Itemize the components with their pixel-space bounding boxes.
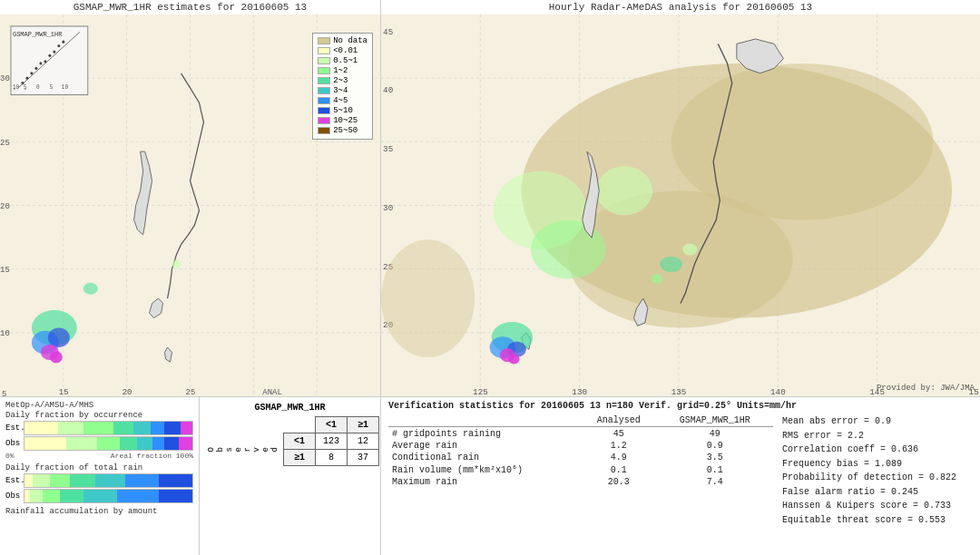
- bar-pct-right: Areal fraction 100%: [111, 452, 193, 460]
- legend-color-10-25: [318, 117, 330, 124]
- legend-color-05-1: [318, 57, 330, 64]
- verif-row-label: # gridpoints raining: [388, 428, 581, 440]
- legend-color-nodata: [318, 37, 330, 44]
- right-panel: Hourly Radar-AMeDAS analysis for 2016060…: [381, 0, 980, 396]
- verif-row-gsmap: 0.9: [657, 440, 773, 452]
- svg-text:25: 25: [0, 137, 10, 147]
- svg-point-27: [172, 260, 181, 268]
- svg-point-35: [34, 67, 37, 70]
- bottom-left-panel: MetOp-A/AMSU-A/MHS Daily fraction by occ…: [0, 397, 200, 555]
- scalar-stats-container: Mean abs error = 0.9RMS error = 2.2Corre…: [782, 414, 973, 527]
- verif-row-gsmap: 7.4: [657, 476, 773, 488]
- verif-table-row: Conditional rain 4.9 3.5: [388, 452, 773, 463]
- verif-table-row: # gridpoints raining 45 49: [388, 428, 773, 440]
- left-panel: GSMAP_MWR_1HR estimates for 20160605 13 …: [0, 0, 381, 396]
- scalar-stat-item: Frequency bias = 1.089: [782, 457, 973, 472]
- verif-table-row: Maximum rain 20.3 7.4: [388, 476, 773, 488]
- bar-occurrence-section: Daily fraction by occurrence Est. Obs: [5, 411, 193, 460]
- contingency-v12: 12: [348, 433, 379, 450]
- contingency-title: GSMAP_MWR_1HR: [207, 403, 373, 413]
- svg-point-32: [30, 72, 33, 74]
- legend-label-3-4: 3~4: [333, 86, 348, 95]
- legend-item-3-4: 3~4: [318, 86, 368, 95]
- svg-point-85: [381, 239, 475, 357]
- est-label-1: Est.: [5, 424, 24, 433]
- svg-point-36: [48, 54, 51, 57]
- bar-total-rain-title: Daily fraction of total rain: [5, 463, 193, 472]
- svg-text:10: 10: [62, 84, 68, 91]
- svg-point-31: [25, 77, 28, 80]
- legend-color-3-4: [318, 87, 330, 94]
- legend-color-2-3: [318, 77, 330, 84]
- legend-label-5-10: 5~10: [333, 106, 353, 115]
- legend-label-4-5: 4~5: [333, 96, 348, 105]
- svg-text:15: 15: [59, 387, 69, 396]
- verif-row-analysed: 0.1: [581, 463, 657, 476]
- legend-color-25-50: [318, 127, 330, 134]
- svg-text:25: 25: [186, 387, 196, 396]
- svg-point-82: [660, 257, 682, 272]
- verif-row-label: Conditional rain: [388, 452, 581, 463]
- svg-point-26: [83, 283, 98, 295]
- legend-label-05-1: 0.5~1: [333, 56, 358, 65]
- verif-col-analysed: Analysed: [581, 414, 657, 427]
- obs-label-2: Obs: [5, 492, 24, 501]
- legend-box: No data <0.01 0.5~1 1~2 2~3: [312, 33, 373, 140]
- contingency-v11: 123: [316, 433, 348, 450]
- svg-text:30: 30: [383, 203, 393, 213]
- verif-row-gsmap: 3.5: [657, 452, 773, 463]
- legend-item-4-5: 4~5: [318, 96, 368, 105]
- svg-point-40: [62, 41, 64, 44]
- verif-row-label: Maximum rain: [388, 476, 581, 488]
- legend-label-lt001: <0.01: [333, 46, 358, 55]
- svg-point-23: [48, 327, 70, 347]
- legend-label-25-50: 25~50: [333, 126, 358, 135]
- legend-label-2-3: 2~3: [333, 76, 348, 85]
- legend-item-2-3: 2~3: [318, 76, 368, 85]
- legend-label-nodata: No data: [333, 36, 368, 45]
- svg-text:-: -: [13, 86, 16, 92]
- svg-text:45: 45: [383, 26, 393, 36]
- svg-text:30: 30: [0, 73, 10, 83]
- svg-point-76: [596, 166, 652, 215]
- svg-point-38: [44, 60, 46, 63]
- bottom-right-panel: Verification statistics for 20160605 13 …: [381, 397, 980, 555]
- verif-row-label: Rain volume (mm*km²x10⁶): [388, 463, 581, 476]
- legend-item-1-2: 1~2: [318, 66, 368, 75]
- svg-point-81: [508, 355, 519, 365]
- est-label-2: Est.: [5, 476, 24, 485]
- obs-label-1: Obs: [5, 439, 24, 448]
- svg-text:0: 0: [36, 84, 40, 91]
- legend-item-05-1: 0.5~1: [318, 56, 368, 65]
- right-map-area: 45 40 35 30 25 20 125 130 135 140 145 15: [381, 15, 980, 396]
- legend-label-10-25: 10~25: [333, 116, 358, 125]
- svg-text:135: 135: [671, 387, 687, 396]
- contingency-table: <1 ≥1 Observed <1 123 12 ≥1 8 37: [207, 416, 379, 466]
- scalar-stat-item: RMS error = 2.2: [782, 429, 973, 443]
- svg-point-34: [39, 62, 42, 64]
- contingency-v22: 37: [348, 450, 379, 466]
- svg-point-25: [50, 351, 63, 363]
- legend-color-lt001: [318, 47, 330, 54]
- verif-row-analysed: 20.3: [581, 476, 657, 488]
- legend-item-nodata: No data: [318, 36, 368, 45]
- legend-item-5-10: 5~10: [318, 106, 368, 115]
- left-map-title: GSMAP_MWR_1HR estimates for 20160605 13: [0, 0, 380, 15]
- svg-point-75: [531, 220, 606, 279]
- verif-table-row: Average rain 1.2 0.9: [388, 440, 773, 452]
- svg-point-37: [53, 50, 55, 53]
- svg-text:40: 40: [383, 85, 393, 95]
- svg-text:35: 35: [383, 144, 393, 154]
- svg-text:ANAL: ANAL: [262, 387, 282, 396]
- verif-table-row: Rain volume (mm*km²x10⁶) 0.1 0.1: [388, 463, 773, 476]
- bar-total-rain-section: Daily fraction of total rain Est. Obs: [5, 463, 193, 503]
- scalar-stat-item: Probability of detection = 0.822: [782, 471, 973, 485]
- bottom-row: MetOp-A/AMSU-A/MHS Daily fraction by occ…: [0, 396, 980, 555]
- legend-item-25-50: 25~50: [318, 126, 368, 135]
- contingency-col-ge1: ≥1: [348, 417, 379, 433]
- legend-label-1-2: 1~2: [333, 66, 348, 75]
- scalar-stat-item: Equitable threat score = 0.553: [782, 513, 973, 528]
- svg-text:125: 125: [473, 387, 488, 396]
- svg-point-83: [682, 244, 698, 256]
- bar-pct-labels: 0% Areal fraction 100%: [5, 452, 193, 460]
